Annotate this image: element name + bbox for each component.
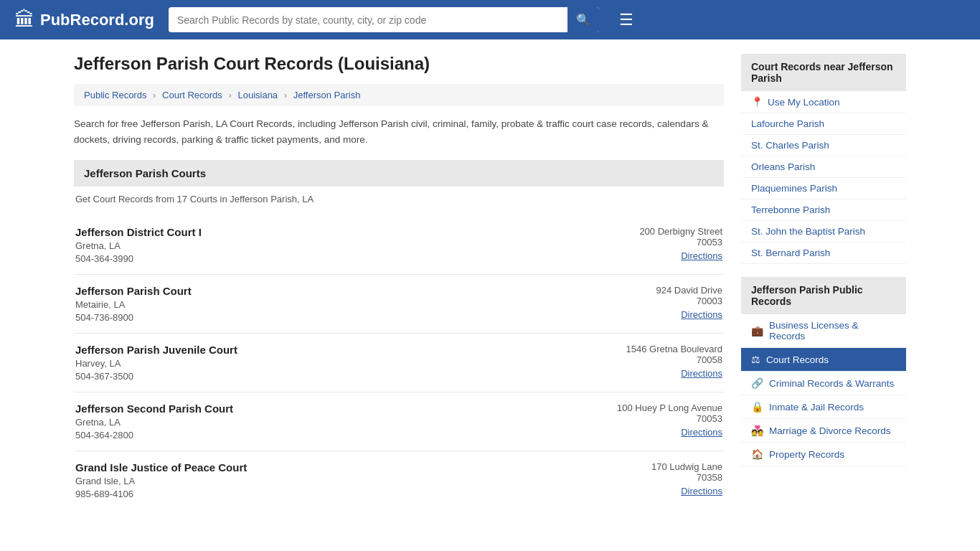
main-container: Jefferson Parish Court Records (Louisian… (60, 39, 920, 524)
court-item: Jefferson Parish Juvenile Court Harvey, … (74, 334, 724, 392)
court-item: Jefferson Second Parish Court Gretna, LA… (74, 392, 724, 451)
record-icon: 🔗 (751, 377, 763, 389)
court-zip: 70003 (656, 296, 723, 306)
sidebar-near-link[interactable]: Orleans Parish (751, 161, 815, 172)
menu-button[interactable]: ☰ (613, 8, 639, 32)
court-phone: 504-364-3990 (75, 253, 202, 264)
court-address: 1546 Gretna Boulevard 70058 Directions (626, 344, 722, 379)
breadcrumb-link-louisiana[interactable]: Louisiana (237, 90, 278, 100)
court-name: Jefferson Second Parish Court (75, 402, 233, 415)
breadcrumb-link-court-records[interactable]: Court Records (162, 90, 222, 100)
record-icon: 💑 (751, 425, 763, 436)
sidebar-public-records-heading: Jefferson Parish Public Records (741, 277, 906, 314)
directions-link[interactable]: Directions (681, 368, 722, 379)
directions-link[interactable]: Directions (681, 309, 722, 320)
sidebar-record-item[interactable]: 🔒Inmate & Jail Records (741, 395, 906, 419)
search-bar: 🔍 (169, 7, 599, 32)
sidebar-near-item[interactable]: St. Charles Parish (741, 135, 906, 156)
sidebar-near-link[interactable]: Terrebonne Parish (751, 204, 830, 215)
court-item: Jefferson District Court I Gretna, LA 50… (74, 216, 724, 275)
sidebar-near-item[interactable]: Lafourche Parish (741, 113, 906, 135)
record-icon: 🔒 (751, 401, 763, 413)
page-title: Jefferson Parish Court Records (Louisian… (74, 54, 724, 74)
sidebar-use-location[interactable]: 📍 Use My Location (741, 91, 906, 113)
page-description: Search for free Jefferson Parish, LA Cou… (74, 116, 724, 147)
court-address: 170 Ludwig Lane 70358 Directions (651, 461, 722, 496)
record-icon: 💼 (751, 325, 763, 336)
search-button[interactable]: 🔍 (567, 7, 599, 32)
court-info: Jefferson Second Parish Court Gretna, LA… (75, 402, 233, 441)
court-phone: 504-367-3500 (75, 371, 237, 382)
sidebar-record-item[interactable]: 💼Business Licenses & Records (741, 314, 906, 348)
logo-icon: 🏛 (14, 8, 34, 32)
logo-text: PubRecord.org (40, 11, 154, 29)
record-link[interactable]: Property Records (769, 449, 844, 460)
directions-link[interactable]: Directions (681, 250, 722, 261)
court-city: Metairie, LA (75, 299, 192, 310)
courts-section-sub: Get Court Records from 17 Courts in Jeff… (74, 194, 724, 204)
sidebar-public-records-box: Jefferson Parish Public Records 💼Busines… (741, 277, 906, 466)
sidebar-near-link[interactable]: St. Charles Parish (751, 140, 829, 151)
court-info: Jefferson District Court I Gretna, LA 50… (75, 226, 202, 264)
search-input[interactable] (169, 9, 567, 32)
record-link[interactable]: Criminal Records & Warrants (769, 378, 894, 389)
record-icon: ⚖ (751, 354, 760, 365)
site-header: 🏛 PubRecord.org 🔍 ☰ (0, 0, 980, 39)
court-name: Grand Isle Justice of Peace Court (75, 461, 247, 474)
sidebar-record-item[interactable]: 🏠Property Records (741, 443, 906, 466)
sidebar-near-link[interactable]: Plaquemines Parish (751, 183, 837, 194)
sidebar-near-item[interactable]: Orleans Parish (741, 156, 906, 178)
sidebar-near-link[interactable]: Lafourche Parish (751, 118, 824, 129)
sidebar-record-item[interactable]: 💑Marriage & Divorce Records (741, 419, 906, 443)
hamburger-icon: ☰ (619, 11, 633, 29)
directions-link[interactable]: Directions (681, 486, 722, 496)
sidebar-records-list: 💼Business Licenses & Records⚖Court Recor… (741, 314, 906, 466)
sidebar-record-item[interactable]: ⚖Court Records (741, 348, 906, 372)
location-icon: 📍 (751, 96, 763, 108)
directions-link[interactable]: Directions (681, 427, 722, 438)
near-items-container: Lafourche ParishSt. Charles ParishOrlean… (741, 113, 906, 264)
court-info: Grand Isle Justice of Peace Court Grand … (75, 461, 247, 499)
breadcrumb-link-jefferson-parish[interactable]: Jefferson Parish (293, 90, 361, 100)
court-item: Jefferson Parish Court Metairie, LA 504-… (74, 275, 724, 334)
breadcrumb-sep-2: › (228, 90, 231, 100)
sidebar-near-item[interactable]: St. John the Baptist Parish (741, 221, 906, 242)
court-address: 200 Derbigny Street 70053 Directions (639, 226, 722, 261)
logo[interactable]: 🏛 PubRecord.org (14, 8, 154, 32)
court-phone: 985-689-4106 (75, 489, 247, 499)
breadcrumb: Public Records › Court Records › Louisia… (74, 84, 724, 106)
breadcrumb-sep-1: › (153, 90, 156, 100)
courts-list: Jefferson District Court I Gretna, LA 50… (74, 216, 724, 509)
sidebar-near-item[interactable]: Terrebonne Parish (741, 199, 906, 221)
breadcrumb-sep-3: › (284, 90, 287, 100)
court-phone: 504-364-2800 (75, 430, 233, 441)
sidebar-near-item[interactable]: St. Bernard Parish (741, 242, 906, 264)
court-street: 1546 Gretna Boulevard (626, 344, 722, 354)
court-street: 200 Derbigny Street (639, 226, 722, 237)
court-item: Grand Isle Justice of Peace Court Grand … (74, 451, 724, 509)
sidebar-near-heading: Court Records near Jefferson Parish (741, 54, 906, 91)
court-street: 924 David Drive (656, 285, 723, 296)
sidebar-near-link[interactable]: St. John the Baptist Parish (751, 226, 865, 237)
sidebar-record-item[interactable]: 🔗Criminal Records & Warrants (741, 372, 906, 395)
sidebar-near-item[interactable]: Plaquemines Parish (741, 178, 906, 199)
sidebar-near-box: Court Records near Jefferson Parish 📍 Us… (741, 54, 906, 264)
record-link[interactable]: Inmate & Jail Records (769, 402, 864, 413)
sidebar-near-link[interactable]: St. Bernard Parish (751, 248, 830, 258)
court-street: 170 Ludwig Lane (651, 461, 722, 472)
court-address: 924 David Drive 70003 Directions (656, 285, 723, 320)
search-icon: 🔍 (576, 14, 590, 26)
record-link[interactable]: Business Licenses & Records (769, 320, 896, 342)
court-city: Gretna, LA (75, 417, 233, 428)
use-location-label: Use My Location (768, 97, 840, 108)
court-zip: 70053 (639, 237, 722, 248)
court-name: Jefferson Parish Court (75, 285, 192, 297)
record-label: Court Records (766, 354, 829, 365)
record-link[interactable]: Marriage & Divorce Records (769, 425, 891, 436)
court-city: Gretna, LA (75, 240, 202, 251)
record-icon: 🏠 (751, 448, 763, 460)
court-zip: 70058 (626, 354, 722, 365)
court-phone: 504-736-8900 (75, 312, 192, 323)
court-street: 100 Huey P Long Avenue (617, 402, 722, 413)
breadcrumb-link-public-records[interactable]: Public Records (84, 90, 146, 100)
